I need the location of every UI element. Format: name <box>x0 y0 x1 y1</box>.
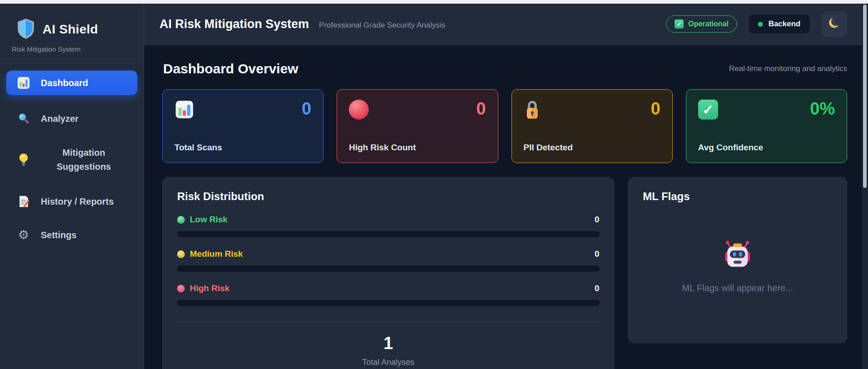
moon-icon <box>828 16 841 32</box>
sidebar-item-label: Mitigation Suggestions <box>48 146 120 174</box>
page-scrollbar[interactable] <box>862 4 868 369</box>
magnifier-icon <box>16 112 31 125</box>
ml-flags-empty-text: ML Flags will appear here... <box>682 283 793 293</box>
stat-value: 0 <box>302 100 311 119</box>
backend-badge: Backend <box>749 14 810 34</box>
stat-label: Total Scans <box>174 143 311 153</box>
stat-value: 0 <box>476 100 486 119</box>
status-badge-label: Operational <box>688 20 728 28</box>
sidebar-item-label: Settings <box>41 230 77 240</box>
green-dot-icon <box>177 216 185 224</box>
app-tagline: Risk Mitigation System <box>6 41 137 53</box>
progress-bar-high <box>177 300 599 306</box>
bulb-icon <box>16 153 31 167</box>
theme-toggle-button[interactable] <box>821 11 847 37</box>
risk-distribution-panel: Risk Distribution Low Risk 0 <box>162 177 614 369</box>
sidebar-item-analyzer[interactable]: Analyzer <box>6 107 137 130</box>
backend-badge-label: Backend <box>768 19 800 29</box>
bar-chart-icon <box>16 76 31 90</box>
page-subtitle: Professional Grade Security Analysis <box>319 18 445 30</box>
stat-label: High Risk Count <box>349 143 486 153</box>
stat-card-avg-confidence: ✓ 0% Avg Confidence <box>686 89 847 163</box>
stat-card-total-scans: 0 Total Scans <box>162 89 323 163</box>
gear-icon: ⚙ <box>16 229 31 241</box>
risk-label: Medium Risk <box>190 249 243 259</box>
stat-card-high-risk-count: 0 High Risk Count <box>337 89 498 163</box>
stat-value: 0 <box>651 100 661 119</box>
risk-value: 0 <box>594 215 599 225</box>
check-icon: ✓ <box>675 19 684 29</box>
sidebar-item-settings[interactable]: ⚙ Settings <box>6 224 137 247</box>
total-analyses-label: Total Analyses <box>177 358 599 367</box>
red-dot-icon <box>177 285 185 292</box>
scrollbar-thumb[interactable] <box>863 5 867 188</box>
risk-label: High Risk <box>190 283 230 293</box>
sidebar-item-mitigation-suggestions[interactable]: Mitigation Suggestions <box>6 140 137 179</box>
ml-flags-panel: ML Flags <box>628 177 847 343</box>
stat-cards-row: 0 Total Scans 0 High Risk Count <box>162 89 847 163</box>
sidebar-item-label: Analyzer <box>41 114 78 124</box>
memo-icon <box>16 195 31 208</box>
panel-title: Risk Distribution <box>177 190 599 203</box>
app-header: AI Risk Mitigation System Professional G… <box>144 4 868 45</box>
risk-value: 0 <box>594 283 599 293</box>
risk-value: 0 <box>594 249 599 259</box>
stat-label: PII Detected <box>524 143 661 153</box>
progress-bar-low <box>177 231 599 237</box>
page-title: AI Risk Mitigation System <box>159 17 309 31</box>
progress-bar-medium <box>177 266 599 272</box>
lock-icon <box>524 100 541 122</box>
sidebar: AI Shield Risk Mitigation System Dashboa… <box>0 4 144 369</box>
risk-row-medium: Medium Risk 0 <box>177 249 599 272</box>
robot-icon <box>722 240 753 273</box>
sidebar-item-history-reports[interactable]: History / Reports <box>6 189 137 214</box>
sidebar-item-label: History / Reports <box>41 196 114 207</box>
bar-chart-icon <box>174 100 194 121</box>
app-name: AI Shield <box>43 22 98 37</box>
stat-card-pii-detected: 0 PII Detected <box>511 89 673 163</box>
sidebar-item-dashboard[interactable]: Dashboard <box>6 71 137 95</box>
yellow-dot-icon <box>177 250 185 258</box>
main-content: Dashboard Overview Real-time monitoring … <box>144 45 868 369</box>
total-analyses-value: 1 <box>177 334 599 353</box>
risk-label: Low Risk <box>190 215 227 225</box>
sidebar-item-label: Dashboard <box>41 78 88 88</box>
status-badge-operational: ✓ Operational <box>666 15 737 33</box>
divider <box>177 321 599 322</box>
panel-title: ML Flags <box>643 190 832 203</box>
red-circle-icon <box>349 100 369 120</box>
sidebar-divider <box>0 63 144 63</box>
shield-icon <box>16 18 35 41</box>
top-strip <box>0 0 868 4</box>
app-logo: AI Shield <box>6 14 137 41</box>
check-icon: ✓ <box>698 100 718 120</box>
section-subtitle: Real-time monitoring and analytics <box>729 64 847 73</box>
stat-value: 0% <box>810 100 835 119</box>
section-title: Dashboard Overview <box>163 61 298 77</box>
green-dot-icon <box>758 22 763 27</box>
risk-row-low: Low Risk 0 <box>177 215 599 237</box>
stat-label: Avg Confidence <box>698 143 835 153</box>
risk-row-high: High Risk 0 <box>177 283 599 306</box>
